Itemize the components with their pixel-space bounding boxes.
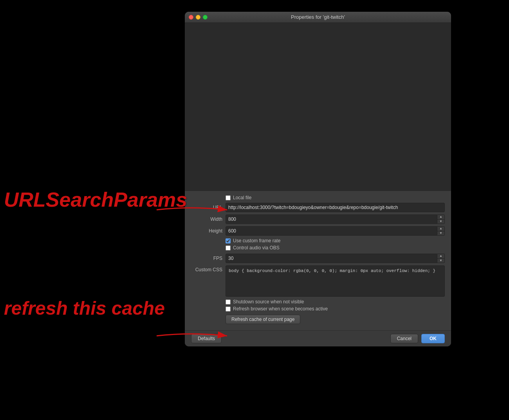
refresh-browser-row: Refresh browser when scene becomes activ… [191, 306, 445, 312]
fps-row: FPS ▲ ▼ [191, 254, 445, 263]
shutdown-source-row: Shutdown source when not visible [191, 299, 445, 305]
height-label: Height [191, 228, 222, 234]
fps-spinner-buttons: ▲ ▼ [437, 254, 445, 263]
height-down-button[interactable]: ▼ [437, 231, 444, 236]
custom-css-row: Custom CSS body { background-color: rgba… [191, 265, 445, 297]
custom-frame-rate-row: Use custom frame rate [191, 238, 445, 243]
width-spinner: ▲ ▼ [226, 215, 445, 224]
fps-spinner: ▲ ▼ [226, 254, 445, 263]
local-file-row: Local file [191, 195, 445, 200]
refresh-cache-annotation: refresh this cache [4, 297, 165, 319]
window-controls [189, 15, 208, 20]
fps-label: FPS [191, 256, 222, 261]
custom-frame-rate-label[interactable]: Use custom frame rate [233, 238, 280, 243]
width-down-button[interactable]: ▼ [437, 220, 444, 224]
width-spinner-buttons: ▲ ▼ [437, 215, 445, 224]
title-bar: Properties for 'git-twitch' [185, 12, 451, 23]
custom-css-input[interactable]: body { background-color: rgba(0, 0, 0, 0… [226, 265, 445, 297]
properties-dialog: Properties for 'git-twitch' Local file U… [185, 12, 451, 346]
height-spinner: ▲ ▼ [226, 226, 445, 236]
refresh-cache-row: Refresh cache of current page [191, 315, 445, 324]
control-audio-row: Control audio via OBS [191, 245, 445, 251]
width-up-button[interactable]: ▲ [437, 215, 444, 219]
fps-input[interactable] [226, 254, 437, 263]
width-input[interactable] [226, 215, 437, 224]
height-input[interactable] [226, 226, 437, 236]
fps-down-button[interactable]: ▼ [437, 259, 444, 263]
ok-button[interactable]: OK [421, 334, 445, 343]
preview-area [185, 23, 451, 191]
shutdown-source-checkbox[interactable] [226, 299, 231, 305]
control-audio-checkbox[interactable] [226, 245, 231, 251]
url-input[interactable] [226, 203, 445, 212]
control-audio-label[interactable]: Control audio via OBS [233, 245, 280, 251]
cancel-button[interactable]: Cancel [390, 334, 418, 343]
bottom-right-buttons: Cancel OK [390, 334, 445, 343]
local-file-checkbox[interactable] [226, 195, 231, 200]
refresh-cache-button[interactable]: Refresh cache of current page [226, 315, 300, 324]
close-button[interactable] [189, 15, 193, 20]
fps-up-button[interactable]: ▲ [437, 254, 444, 258]
refresh-browser-checkbox[interactable] [226, 306, 231, 312]
minimize-button[interactable] [196, 15, 200, 20]
maximize-button[interactable] [203, 15, 208, 20]
height-row: Height ▲ ▼ [191, 226, 445, 236]
url-arrow [153, 202, 231, 218]
local-file-label[interactable]: Local file [233, 195, 251, 200]
refresh-arrow [153, 328, 231, 344]
custom-css-label: Custom CSS [191, 265, 222, 272]
height-spinner-buttons: ▲ ▼ [437, 226, 445, 236]
shutdown-source-label[interactable]: Shutdown source when not visible [233, 299, 304, 305]
refresh-browser-label[interactable]: Refresh browser when scene becomes activ… [233, 306, 328, 312]
height-up-button[interactable]: ▲ [437, 227, 444, 231]
dialog-title: Properties for 'git-twitch' [291, 14, 345, 20]
custom-frame-rate-checkbox[interactable] [226, 238, 231, 243]
